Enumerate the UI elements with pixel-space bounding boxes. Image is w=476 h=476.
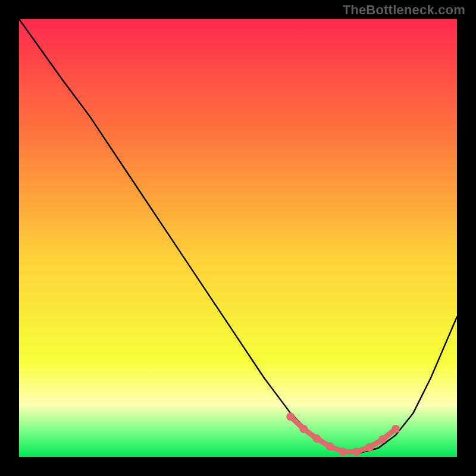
gradient-background [19, 19, 457, 457]
optimal-band-marker [326, 442, 334, 450]
optimal-band-marker [299, 425, 308, 433]
optimal-band-marker [339, 447, 347, 456]
chart-svg [19, 19, 457, 457]
watermark-text: TheBottleneck.com [343, 2, 465, 18]
optimal-band-marker [286, 412, 295, 421]
optimal-band-marker [352, 447, 361, 456]
chart-frame: TheBottleneck.com [0, 0, 476, 476]
optimal-band-marker [378, 436, 387, 444]
optimal-band-marker [312, 434, 321, 443]
optimal-band-marker [365, 443, 374, 452]
optimal-band-marker [392, 425, 400, 433]
plot-area [19, 19, 457, 457]
